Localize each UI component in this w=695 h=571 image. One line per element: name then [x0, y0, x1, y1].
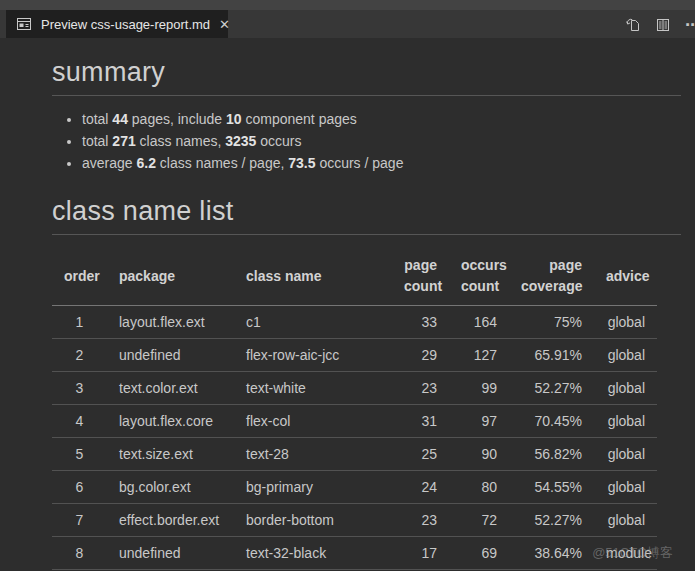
- cell-page-count: 23: [392, 372, 449, 405]
- cell-class-name: text-32-black: [234, 537, 392, 570]
- tab-title: Preview css-usage-report.md: [41, 17, 210, 32]
- preview-toolbar: ⋯: [625, 14, 695, 36]
- cell-advice: global: [594, 504, 657, 537]
- table-header-row: orderpackageclass namepage countoccurs c…: [52, 247, 657, 306]
- cell-page-coverage: 38.64%: [509, 537, 594, 570]
- cell-package: bg.color.ext: [107, 471, 234, 504]
- cell-order: 3: [52, 372, 107, 405]
- col-header-package: package: [107, 247, 234, 306]
- cell-page-count: 17: [392, 537, 449, 570]
- class-usage-table: orderpackageclass namepage countoccurs c…: [52, 247, 657, 570]
- cell-order: 2: [52, 339, 107, 372]
- cell-order: 6: [52, 471, 107, 504]
- table-row: 2undefinedflex-row-aic-jcc2912765.91%glo…: [52, 339, 657, 372]
- summary-list: total 44 pages, include 10 component pag…: [82, 108, 681, 174]
- cell-occurs-count: 69: [449, 537, 509, 570]
- col-header-page-coverage: page coverage: [509, 247, 594, 306]
- table-row: 8undefinedtext-32-black176938.64%module: [52, 537, 657, 570]
- cell-advice: global: [594, 405, 657, 438]
- cell-page-count: 23: [392, 504, 449, 537]
- table-row: 6bg.color.extbg-primary248054.55%global: [52, 471, 657, 504]
- summary-item: total 271 class names, 3235 occurs: [82, 130, 681, 152]
- cell-page-coverage: 54.55%: [509, 471, 594, 504]
- cell-package: text.size.ext: [107, 438, 234, 471]
- cell-advice: global: [594, 471, 657, 504]
- table-row: 4layout.flex.coreflex-col319770.45%globa…: [52, 405, 657, 438]
- cell-order: 4: [52, 405, 107, 438]
- cell-page-count: 33: [392, 306, 449, 339]
- cell-occurs-count: 99: [449, 372, 509, 405]
- cell-page-count: 29: [392, 339, 449, 372]
- table-row: 3text.color.exttext-white239952.27%globa…: [52, 372, 657, 405]
- table-row: 5text.size.exttext-28259056.82%global: [52, 438, 657, 471]
- cell-advice: global: [594, 438, 657, 471]
- cell-advice: global: [594, 372, 657, 405]
- cell-package: undefined: [107, 339, 234, 372]
- cell-page-count: 25: [392, 438, 449, 471]
- cell-package: text.color.ext: [107, 372, 234, 405]
- cell-occurs-count: 164: [449, 306, 509, 339]
- cell-advice: global: [594, 306, 657, 339]
- cell-page-count: 24: [392, 471, 449, 504]
- cell-advice: module: [594, 537, 657, 570]
- split-editor-icon[interactable]: [655, 17, 671, 33]
- cell-class-name: flex-row-aic-jcc: [234, 339, 392, 372]
- cell-page-coverage: 70.45%: [509, 405, 594, 438]
- col-header-advice: advice: [594, 247, 657, 306]
- vscode-window: Preview css-usage-report.md ✕ ⋯: [0, 0, 695, 571]
- cell-order: 8: [52, 537, 107, 570]
- cell-order: 7: [52, 504, 107, 537]
- cell-package: layout.flex.core: [107, 405, 234, 438]
- cell-occurs-count: 97: [449, 405, 509, 438]
- cell-page-coverage: 52.27%: [509, 504, 594, 537]
- cell-class-name: text-28: [234, 438, 392, 471]
- cell-occurs-count: 127: [449, 339, 509, 372]
- col-header-occurs-count: occurs count: [449, 247, 509, 306]
- close-icon[interactable]: ✕: [216, 17, 233, 32]
- markdown-preview-icon: [16, 16, 34, 32]
- more-actions-icon[interactable]: ⋯: [685, 17, 695, 33]
- markdown-preview-pane: summary total 44 pages, include 10 compo…: [0, 38, 695, 571]
- summary-item: average 6.2 class names / page, 73.5 occ…: [82, 152, 681, 174]
- class-name-list-heading: class name list: [52, 196, 681, 235]
- show-source-icon[interactable]: [625, 17, 641, 33]
- window-top-strip: [0, 0, 695, 10]
- col-header-class-name: class name: [234, 247, 392, 306]
- cell-package: layout.flex.ext: [107, 306, 234, 339]
- cell-class-name: border-bottom: [234, 504, 392, 537]
- table-row: 1layout.flex.extc13316475%global: [52, 306, 657, 339]
- cell-class-name: flex-col: [234, 405, 392, 438]
- cell-occurs-count: 72: [449, 504, 509, 537]
- summary-heading: summary: [52, 57, 681, 96]
- cell-page-coverage: 65.91%: [509, 339, 594, 372]
- cell-occurs-count: 80: [449, 471, 509, 504]
- cell-order: 5: [52, 438, 107, 471]
- cell-class-name: text-white: [234, 372, 392, 405]
- col-header-page-count: page count: [392, 247, 449, 306]
- cell-page-coverage: 52.27%: [509, 372, 594, 405]
- table-row: 7effect.border.extborder-bottom237252.27…: [52, 504, 657, 537]
- tab-markdown-preview[interactable]: Preview css-usage-report.md ✕: [6, 10, 228, 38]
- cell-page-count: 31: [392, 405, 449, 438]
- cell-page-coverage: 56.82%: [509, 438, 594, 471]
- cell-class-name: c1: [234, 306, 392, 339]
- cell-advice: global: [594, 339, 657, 372]
- summary-item: total 44 pages, include 10 component pag…: [82, 108, 681, 130]
- editor-tab-bar: Preview css-usage-report.md ✕ ⋯: [0, 10, 695, 38]
- col-header-order: order: [52, 247, 107, 306]
- cell-order: 1: [52, 306, 107, 339]
- cell-package: undefined: [107, 537, 234, 570]
- cell-page-coverage: 75%: [509, 306, 594, 339]
- cell-package: effect.border.ext: [107, 504, 234, 537]
- cell-occurs-count: 90: [449, 438, 509, 471]
- cell-class-name: bg-primary: [234, 471, 392, 504]
